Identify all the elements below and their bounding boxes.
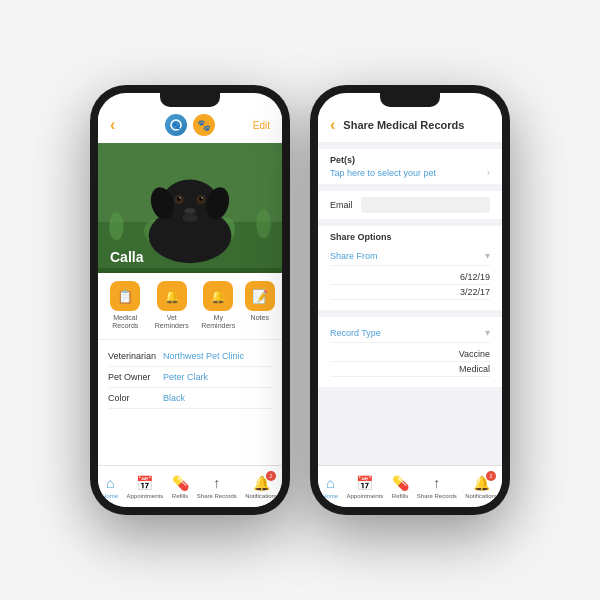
- notch-1: [160, 93, 220, 107]
- nav-home[interactable]: ⌂ Home: [102, 475, 118, 499]
- vaccine-option[interactable]: Vaccine: [330, 347, 490, 362]
- notifications-label: Notifications: [245, 493, 278, 499]
- phone2-bottom-nav: ⌂ Home 📅 Appointments 💊 Refills ↑ Share …: [318, 465, 502, 507]
- share-from-label: Share From: [330, 251, 378, 261]
- notifications2-label: Notifications: [465, 493, 498, 499]
- logo-icon: 🐾: [165, 114, 187, 136]
- svg-text:🐾: 🐾: [172, 121, 181, 130]
- share-options-section: Share Options Share From ▾ 6/12/19 3/22/…: [318, 226, 502, 310]
- phone2-header: ‹ Share Medical Records: [318, 107, 502, 143]
- record-type-row[interactable]: Record Type ▾: [330, 323, 490, 343]
- paw-icon: 🐾: [193, 114, 215, 136]
- owner-row: Pet Owner Peter Clark: [108, 367, 272, 388]
- quick-actions: 📋 Medical Records 🔔 Vet Reminders 🔔 My R…: [98, 273, 282, 340]
- my-reminders-action[interactable]: 🔔 My Reminders: [198, 281, 238, 331]
- color-value[interactable]: Black: [163, 393, 185, 403]
- share-icon: ↑: [213, 475, 220, 491]
- pets-tap[interactable]: Tap here to select your pet ›: [330, 167, 490, 178]
- phone2-back-arrow[interactable]: ‹: [330, 116, 335, 134]
- home-label: Home: [102, 493, 118, 499]
- notifications2-icon: 🔔 2: [473, 475, 490, 491]
- email-label: Email: [330, 200, 353, 210]
- share-from-row[interactable]: Share From ▾: [330, 246, 490, 266]
- vet-row: Veterinarian Northwest Pet Clinic: [108, 346, 272, 367]
- phone-2-screen: ‹ Share Medical Records Pet(s) Tap here …: [318, 93, 502, 507]
- share-from-chevron-icon: ▾: [485, 250, 490, 261]
- phone2-title: Share Medical Records: [343, 119, 464, 131]
- nav2-refills[interactable]: 💊 Refills: [392, 475, 409, 499]
- medical-records-action[interactable]: 📋 Medical Records: [105, 281, 145, 331]
- back-arrow-icon[interactable]: ‹: [110, 116, 115, 134]
- pets-label: Pet(s): [330, 155, 490, 165]
- edit-button[interactable]: Edit: [253, 120, 270, 131]
- record-type-label: Record Type: [330, 328, 381, 338]
- share2-icon: ↑: [433, 475, 440, 491]
- notifications-icon: 🔔 2: [253, 475, 270, 491]
- pets-tap-text: Tap here to select your pet: [330, 168, 436, 178]
- phone-1: ‹ 🐾 🐾 Edit: [90, 85, 290, 515]
- svg-point-19: [184, 208, 195, 214]
- nav2-home[interactable]: ⌂ Home: [322, 475, 338, 499]
- medical-records-icon: 📋: [110, 281, 140, 311]
- svg-point-20: [183, 214, 198, 221]
- home2-icon: ⌂: [326, 475, 334, 491]
- owner-value[interactable]: Peter Clark: [163, 372, 208, 382]
- pet-name: Calla: [110, 249, 143, 265]
- record-type-section: Record Type ▾ Vaccine Medical: [318, 317, 502, 387]
- svg-point-4: [109, 213, 124, 241]
- my-reminders-label: My Reminders: [198, 314, 238, 331]
- record-options: Vaccine Medical: [330, 343, 490, 381]
- refills-label: Refills: [172, 493, 188, 499]
- vet-label: Veterinarian: [108, 351, 163, 361]
- appointments2-icon: 📅: [356, 475, 373, 491]
- nav2-appointments[interactable]: 📅 Appointments: [346, 475, 383, 499]
- vet-reminders-label: Vet Reminders: [152, 314, 192, 331]
- nav-share-records[interactable]: ↑ Share Records: [197, 475, 237, 499]
- record-type-chevron-icon: ▾: [485, 327, 490, 338]
- appointments-label: Appointments: [126, 493, 163, 499]
- notch-2: [380, 93, 440, 107]
- home-icon: ⌂: [106, 475, 114, 491]
- share2-label: Share Records: [417, 493, 457, 499]
- phone-1-screen: ‹ 🐾 🐾 Edit: [98, 93, 282, 507]
- pets-chevron-icon: ›: [487, 167, 490, 178]
- nav-notifications[interactable]: 🔔 2 Notifications: [245, 475, 278, 499]
- color-label: Color: [108, 393, 163, 403]
- nav2-share-records[interactable]: ↑ Share Records: [417, 475, 457, 499]
- appointments-icon: 📅: [136, 475, 153, 491]
- medical-option[interactable]: Medical: [330, 362, 490, 377]
- email-section: Email: [318, 191, 502, 219]
- pets-section: Pet(s) Tap here to select your pet ›: [318, 149, 502, 184]
- medical-records-label: Medical Records: [105, 314, 145, 331]
- svg-point-16: [179, 197, 181, 199]
- date-row-1[interactable]: 6/12/19: [330, 270, 490, 285]
- phone-2: ‹ Share Medical Records Pet(s) Tap here …: [310, 85, 510, 515]
- my-reminders-icon: 🔔: [203, 281, 233, 311]
- color-row: Color Black: [108, 388, 272, 409]
- owner-label: Pet Owner: [108, 372, 163, 382]
- vet-reminders-action[interactable]: 🔔 Vet Reminders: [152, 281, 192, 331]
- phone2-content: Pet(s) Tap here to select your pet › Ema…: [318, 143, 502, 465]
- date-row-2[interactable]: 3/22/17: [330, 285, 490, 300]
- phone1-bottom-nav: ⌂ Home 📅 Appointments 💊 Refills ↑ Share …: [98, 465, 282, 507]
- svg-point-7: [256, 209, 271, 238]
- refills2-label: Refills: [392, 493, 408, 499]
- svg-point-17: [201, 197, 203, 199]
- date-options: 6/12/19 3/22/17: [330, 266, 490, 304]
- info-section: Veterinarian Northwest Pet Clinic Pet Ow…: [98, 340, 282, 465]
- appointments2-label: Appointments: [346, 493, 383, 499]
- refills-icon: 💊: [172, 475, 189, 491]
- nav-appointments[interactable]: 📅 Appointments: [126, 475, 163, 499]
- share-options-title: Share Options: [330, 232, 490, 242]
- vet-value[interactable]: Northwest Pet Clinic: [163, 351, 244, 361]
- notes-icon: 📝: [245, 281, 275, 311]
- notes-action[interactable]: 📝 Notes: [245, 281, 275, 331]
- refills2-icon: 💊: [392, 475, 409, 491]
- notes-label: Notes: [251, 314, 269, 322]
- home2-label: Home: [322, 493, 338, 499]
- nav-refills[interactable]: 💊 Refills: [172, 475, 189, 499]
- notification-badge: 2: [266, 471, 276, 481]
- nav2-notifications[interactable]: 🔔 2 Notifications: [465, 475, 498, 499]
- email-input[interactable]: [361, 197, 490, 213]
- vet-reminders-icon: 🔔: [157, 281, 187, 311]
